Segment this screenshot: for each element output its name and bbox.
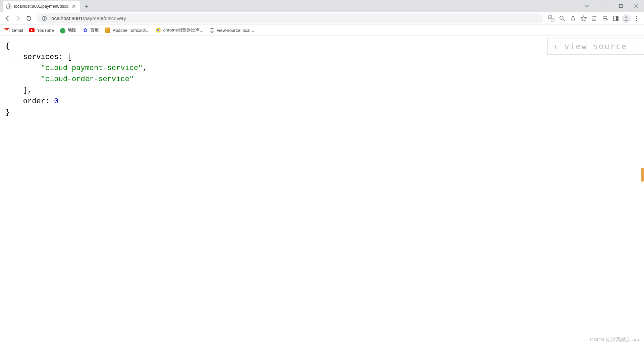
- page-content: + view source - { - services: [ "cloud-p…: [0, 36, 644, 123]
- bookmark-label: 百度: [90, 27, 99, 33]
- scroll-handle[interactable]: [641, 168, 644, 182]
- svg-rect-15: [616, 16, 618, 21]
- chrome-icon: [156, 27, 161, 33]
- gmail-icon: [4, 27, 9, 33]
- baidu-icon: ✿: [83, 27, 88, 33]
- address-bar[interactable]: localhost:8001/payment/discovery: [37, 13, 543, 23]
- svg-point-18: [636, 18, 637, 19]
- window-controls: [598, 0, 644, 12]
- svg-rect-1: [620, 5, 623, 8]
- json-key: services: [23, 53, 59, 61]
- globe-icon: [209, 27, 215, 33]
- expand-all-icon[interactable]: +: [553, 40, 559, 53]
- tab-title: localhost:8001/payment/disco: [14, 4, 68, 9]
- svg-text:A: A: [552, 19, 553, 21]
- svg-point-17: [636, 16, 637, 17]
- translate-icon[interactable]: 文A: [547, 14, 556, 23]
- bookmark-label: chrome浏览器没声...: [163, 27, 203, 33]
- bookmark-tomcat[interactable]: Apache Tomcat®...: [105, 27, 150, 33]
- share-icon[interactable]: [568, 14, 578, 23]
- bookmark-label: 地图: [68, 27, 76, 33]
- zoom-icon[interactable]: [557, 14, 567, 23]
- extensions-icon[interactable]: [590, 14, 599, 23]
- maximize-button[interactable]: [613, 0, 629, 12]
- back-button[interactable]: [3, 14, 12, 23]
- json-order-line: order: 0: [5, 96, 639, 107]
- svg-point-3: [44, 17, 45, 18]
- bookmark-youtube[interactable]: YouTube: [29, 27, 54, 33]
- collapse-all-icon[interactable]: -: [633, 40, 638, 53]
- bookmark-chrome-sound[interactable]: chrome浏览器没声...: [156, 27, 203, 33]
- svg-rect-4: [44, 18, 45, 20]
- bookmark-viewsource[interactable]: view-source:local...: [209, 27, 254, 33]
- bookmark-label: view-source:local...: [217, 28, 254, 33]
- svg-text:文: 文: [549, 16, 551, 18]
- watermark: CSDN @清风微凉 aaa: [590, 337, 641, 343]
- url-text: localhost:8001/payment/discovery: [50, 15, 539, 21]
- bookmark-baidu[interactable]: ✿百度: [83, 27, 99, 33]
- json-string: "cloud-order-service": [41, 75, 134, 83]
- reload-button[interactable]: [24, 14, 34, 23]
- map-pin-icon: ⬤: [60, 27, 65, 33]
- json-array-item: "cloud-payment-service",: [5, 63, 639, 74]
- tab-strip: localhost:8001/payment/disco ✕ ＋: [0, 0, 644, 12]
- browser-tab[interactable]: localhost:8001/payment/disco ✕: [3, 1, 80, 12]
- tabs-dropdown-icon[interactable]: [580, 0, 594, 12]
- svg-line-10: [563, 19, 565, 21]
- menu-icon[interactable]: [632, 14, 641, 23]
- json-array-close: ],: [5, 85, 639, 96]
- svg-point-19: [636, 20, 637, 21]
- new-tab-button[interactable]: ＋: [82, 2, 91, 11]
- bookmarks-bar: Gmail YouTube ⬤地图 ✿百度 Apache Tomcat®... …: [0, 25, 644, 36]
- json-string: "cloud-payment-service": [41, 64, 143, 72]
- minimize-button[interactable]: [598, 0, 613, 12]
- bookmark-label: Apache Tomcat®...: [113, 28, 150, 33]
- bookmark-label: YouTube: [37, 28, 54, 33]
- json-brace-close: }: [5, 107, 639, 118]
- bookmark-gmail[interactable]: Gmail: [4, 27, 23, 33]
- side-panel-icon[interactable]: [611, 14, 621, 23]
- json-key: order: [23, 97, 45, 106]
- profile-avatar-icon[interactable]: [622, 14, 631, 23]
- view-source-button[interactable]: + view source -: [547, 39, 644, 55]
- svg-point-9: [560, 16, 563, 19]
- close-tab-icon[interactable]: ✕: [71, 4, 76, 9]
- collapse-toggle-icon[interactable]: -: [14, 53, 18, 61]
- json-services-line: - services: [: [5, 52, 639, 63]
- tomcat-icon: [105, 27, 110, 33]
- bookmark-star-icon[interactable]: [579, 14, 588, 23]
- browser-toolbar: localhost:8001/payment/discovery 文A: [0, 12, 644, 25]
- close-window-button[interactable]: [629, 0, 644, 12]
- bookmark-maps[interactable]: ⬤地图: [60, 27, 76, 33]
- view-source-label: view source: [564, 40, 627, 53]
- bookmark-label: Gmail: [12, 28, 23, 33]
- youtube-icon: [29, 27, 35, 33]
- globe-icon: [6, 4, 11, 9]
- site-info-icon[interactable]: [42, 16, 47, 21]
- reading-list-icon[interactable]: [600, 14, 610, 23]
- svg-point-16: [625, 16, 627, 18]
- json-brace-open: {: [5, 41, 639, 52]
- forward-button[interactable]: [13, 14, 23, 23]
- json-array-item: "cloud-order-service": [5, 74, 639, 85]
- json-number: 0: [54, 97, 58, 106]
